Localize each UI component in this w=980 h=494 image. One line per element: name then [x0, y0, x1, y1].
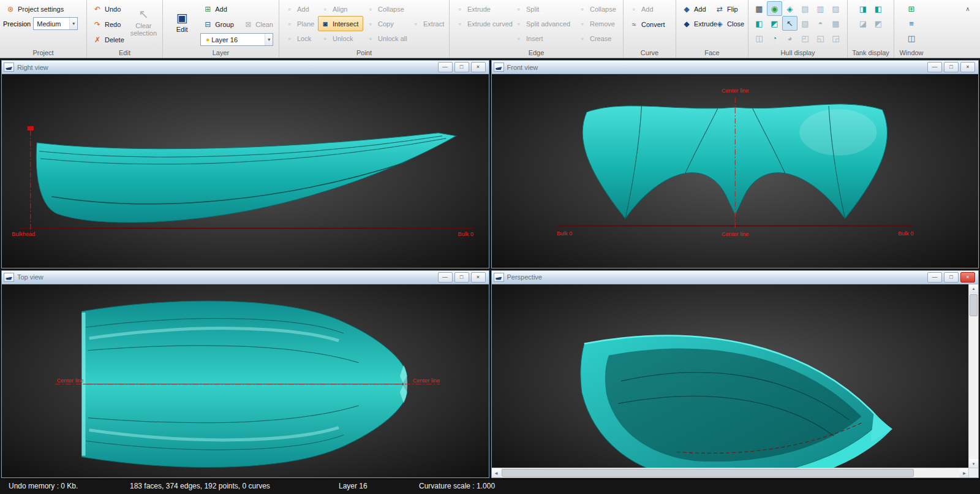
point-collapse-button[interactable]: ▫Collapse [363, 1, 409, 17]
hull-display-option-5-icon[interactable]: ▥ [813, 1, 828, 16]
hull-display-option-15-icon[interactable]: ◕ [782, 31, 797, 45]
point-intersect-button[interactable]: ◙Intersect [318, 16, 363, 31]
face-close-button[interactable]: ◈Close [712, 16, 745, 31]
vertical-scroll-thumb[interactable] [970, 294, 978, 316]
close-button[interactable]: × [471, 62, 486, 72]
right-view-canvas[interactable]: Bulkhead Bulk 0 [2, 74, 489, 268]
point-extract-button[interactable]: ▫Extract [409, 16, 444, 31]
redo-button[interactable]: ↷ Redo [90, 17, 127, 32]
edge-remove-button[interactable]: ▫Remove [575, 16, 617, 31]
minimize-button[interactable]: — [438, 272, 453, 283]
hull-display-option-1-icon[interactable]: ▦ [752, 1, 767, 16]
ribbon-group-face: ◆Add ⇄Flip ◆Extrude ◈Close Face [676, 0, 748, 58]
hull-display-option-17-icon[interactable]: ◱ [813, 31, 828, 45]
layer-add-button[interactable]: ⊞ Add [200, 1, 276, 17]
hull-display-option-13-icon[interactable]: ◫ [752, 31, 767, 45]
maximize-button[interactable]: □ [944, 62, 959, 72]
point-copy-button[interactable]: ▫Copy [363, 16, 409, 31]
edge-split-button[interactable]: ▫Split [511, 1, 575, 17]
scroll-up-button[interactable]: ▲ [969, 284, 978, 294]
close-button[interactable]: × [471, 272, 486, 283]
window-new-icon[interactable]: ⊞ [904, 1, 919, 16]
edge-collapse-button[interactable]: ▫Collapse [575, 1, 617, 17]
collapse-ribbon-button[interactable]: ∧ [960, 2, 975, 15]
top-view-title: Top view [17, 273, 435, 281]
hull-display-option-9-icon[interactable]: ↖ [782, 16, 797, 31]
undo-button[interactable]: ↶ Undo [90, 1, 127, 17]
minimize-button[interactable]: — [438, 62, 453, 72]
layer-select[interactable]: ● Layer 16 ▾ [200, 33, 273, 46]
hull-display-option-16-icon[interactable]: ◰ [797, 31, 813, 45]
curve-convert-button[interactable]: ≈Convert [627, 17, 673, 32]
front-view-canvas[interactable]: Center line Center line Bulk 0 Bulk 0 [492, 74, 979, 268]
tank-display-option-4-icon[interactable]: ◩ [871, 16, 886, 31]
right-view-titlebar[interactable]: Right view — □ × [2, 61, 489, 74]
chevron-down-icon[interactable]: ▾ [265, 34, 273, 45]
hull-display-option-7-icon[interactable]: ◧ [752, 16, 767, 31]
hull-display-option-3-icon[interactable]: ◈ [782, 1, 797, 16]
precision-select[interactable]: Medium ▾ [33, 17, 78, 30]
curve-add-button[interactable]: ▫Add [627, 1, 673, 17]
tank-display-option-3-icon[interactable]: ◪ [856, 16, 871, 31]
edge-insert-button[interactable]: ▫Insert [511, 31, 575, 46]
face-extrude-button[interactable]: ◆Extrude [679, 16, 712, 31]
tank-display-option-1-icon[interactable]: ◨ [856, 1, 871, 16]
horizontal-scroll-thumb[interactable] [502, 469, 914, 477]
front-view-titlebar[interactable]: Front view — □ × [492, 61, 979, 74]
window-tile-icon[interactable]: ≡ [904, 16, 919, 31]
hull-display-option-12-icon[interactable]: ▩ [828, 16, 843, 31]
window-cascade-icon[interactable]: ◫ [904, 31, 919, 45]
top-view-titlebar[interactable]: Top view — □ × [2, 271, 489, 284]
edge-split-advanced-button[interactable]: ▫Split advanced [511, 16, 575, 31]
hull-display-option-18-icon[interactable]: ◲ [828, 31, 843, 45]
perspective-vertical-scrollbar[interactable]: ▲ ▼ [968, 284, 978, 469]
layer-edit-button[interactable]: ▣ Edit [166, 1, 198, 43]
point-copy-label: Copy [378, 20, 394, 28]
delete-button[interactable]: ✗ Delete [90, 32, 127, 47]
point-unlock-button[interactable]: ▫Unlock [318, 31, 363, 46]
scroll-down-button[interactable]: ▼ [969, 459, 978, 468]
status-active-layer: Layer 16 [339, 482, 368, 490]
point-add-button[interactable]: ▫Add [282, 1, 318, 17]
point-align-button[interactable]: ▫Align [318, 1, 363, 17]
perspective-horizontal-scrollbar[interactable]: ◀ ▶ [492, 468, 970, 477]
scroll-left-button[interactable]: ◀ [492, 468, 501, 477]
project-settings-button[interactable]: ⊛ Project settings [3, 1, 83, 17]
face-add-button[interactable]: ◆Add [679, 1, 712, 17]
point-unlock-icon: ▫ [320, 35, 330, 42]
clear-selection-button[interactable]: ↖ Clear selection [128, 1, 159, 43]
tank-display-option-2-icon[interactable]: ◧ [871, 1, 886, 16]
maximize-button[interactable]: □ [454, 272, 469, 283]
perspective-canvas[interactable]: ▲ ▼ ◀ ▶ [492, 284, 979, 478]
hull-display-option-11-icon[interactable]: ◓ [813, 16, 828, 31]
group-caption-layer: Layer [166, 48, 276, 58]
hull-display-option-14-icon[interactable]: ◔ [767, 31, 782, 45]
chevron-down-icon[interactable]: ▾ [69, 18, 77, 29]
hull-display-option-4-icon[interactable]: ▤ [797, 1, 813, 16]
hull-display-option-8-icon[interactable]: ◩ [767, 16, 782, 31]
layer-group-button[interactable]: ⊟ Group [200, 17, 241, 32]
layer-clean-button[interactable]: ⊠ Clean [241, 17, 276, 32]
point-plane-button[interactable]: ▫Plane [282, 16, 318, 31]
top-view-canvas[interactable]: Center line Center line [2, 284, 489, 478]
hull-display-option-2-icon[interactable]: ◉ [767, 1, 782, 16]
undo-icon: ↶ [92, 6, 102, 13]
perspective-titlebar[interactable]: Perspective — □ × [492, 271, 979, 284]
maximize-button[interactable]: □ [944, 272, 959, 283]
point-unlock-all-label: Unlock all [378, 35, 407, 42]
edge-crease-button[interactable]: ▫Crease [575, 31, 617, 46]
close-button[interactable]: × [960, 62, 975, 72]
hull-display-option-6-icon[interactable]: ▨ [828, 1, 843, 16]
ribbon-group-edge: ▫Extrude ▫Split ▫Collapse ▫Extrude curve… [450, 0, 624, 58]
scroll-right-button[interactable]: ▶ [960, 468, 969, 477]
maximize-button[interactable]: □ [454, 62, 469, 72]
close-button[interactable]: × [960, 272, 975, 283]
point-unlock-all-button[interactable]: ▫Unlock all [363, 31, 409, 46]
edge-extrude-curved-button[interactable]: ▫Extrude curved [453, 16, 511, 31]
edge-extrude-button[interactable]: ▫Extrude [453, 1, 511, 17]
face-flip-button[interactable]: ⇄Flip [712, 1, 745, 17]
minimize-button[interactable]: — [927, 62, 942, 72]
hull-display-option-10-icon[interactable]: ▧ [797, 16, 813, 31]
minimize-button[interactable]: — [927, 272, 942, 283]
point-lock-button[interactable]: ▫Lock [282, 31, 318, 46]
